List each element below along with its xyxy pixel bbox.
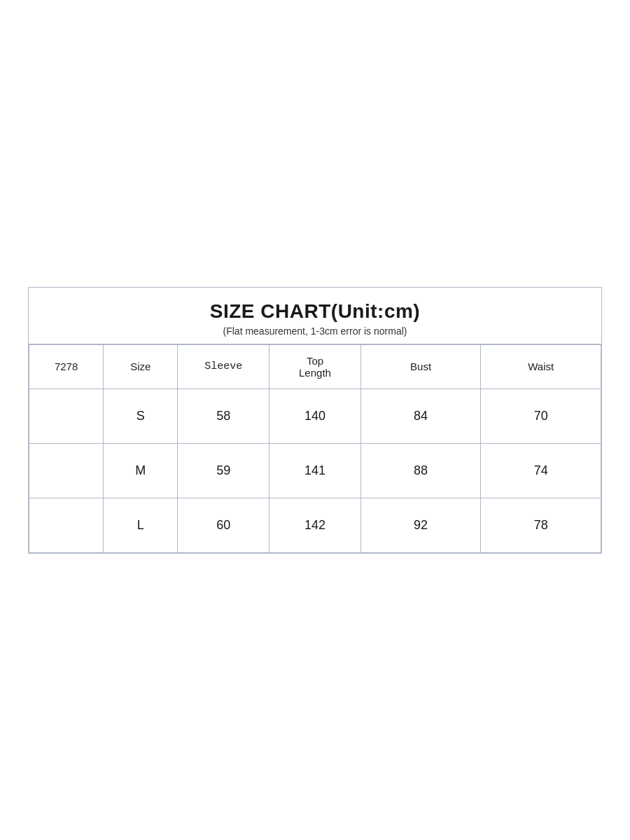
header-bust: Bust (360, 344, 481, 388)
row-bust: 92 (360, 498, 481, 552)
row-waist: 78 (481, 498, 601, 552)
row-sleeve: 60 (178, 498, 270, 552)
table-row: M591418874 (29, 443, 601, 498)
row-id-cell (29, 498, 104, 552)
row-waist: 70 (481, 388, 601, 443)
row-id-cell (29, 388, 104, 443)
chart-title: SIZE CHART(Unit:cm) (36, 300, 594, 323)
row-size: M (104, 443, 178, 498)
row-bust: 88 (360, 443, 481, 498)
row-size: S (104, 388, 178, 443)
header-id: 7278 (29, 344, 104, 388)
row-id-cell (29, 443, 104, 498)
chart-title-section: SIZE CHART(Unit:cm) (Flat measurement, 1… (29, 288, 601, 344)
table-row: L601429278 (29, 498, 601, 552)
row-sleeve: 59 (178, 443, 270, 498)
row-size: L (104, 498, 178, 552)
row-top-length: 141 (270, 443, 361, 498)
row-bust: 84 (360, 388, 481, 443)
header-waist: Waist (481, 344, 601, 388)
row-waist: 74 (481, 443, 601, 498)
row-sleeve: 58 (178, 388, 270, 443)
header-size: Size (104, 344, 178, 388)
size-table: 7278 Size Sleeve TopLength Bust Waist S5… (29, 344, 601, 553)
table-header-row: 7278 Size Sleeve TopLength Bust Waist (29, 344, 601, 388)
chart-subtitle: (Flat measurement, 1-3cm error is normal… (36, 326, 594, 337)
header-top-length: TopLength (270, 344, 361, 388)
row-top-length: 140 (270, 388, 361, 443)
row-top-length: 142 (270, 498, 361, 552)
page-background: SIZE CHART(Unit:cm) (Flat measurement, 1… (0, 0, 630, 840)
table-row: S581408470 (29, 388, 601, 443)
size-chart-container: SIZE CHART(Unit:cm) (Flat measurement, 1… (28, 287, 602, 554)
header-sleeve: Sleeve (178, 344, 270, 388)
